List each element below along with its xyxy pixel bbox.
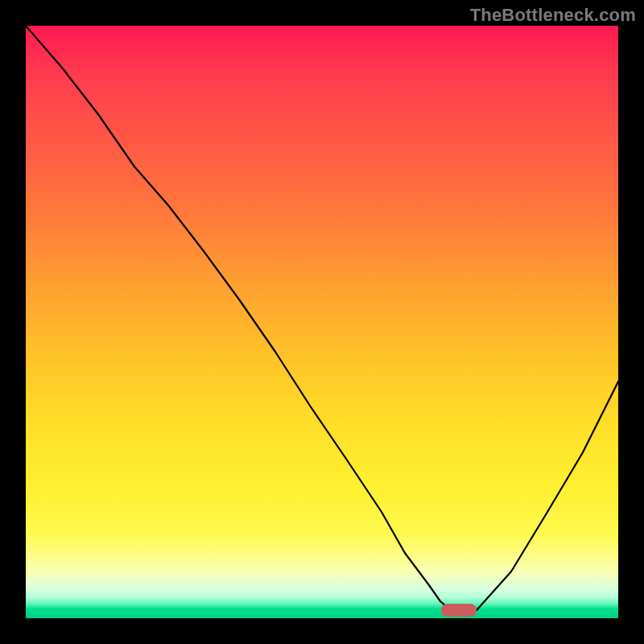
optimal-marker <box>441 604 477 617</box>
line-plot <box>26 26 618 618</box>
bottleneck-curve <box>26 26 618 610</box>
plot-area <box>26 26 618 618</box>
chart-frame: TheBottleneck.com <box>0 0 644 644</box>
watermark-text: TheBottleneck.com <box>470 5 636 26</box>
